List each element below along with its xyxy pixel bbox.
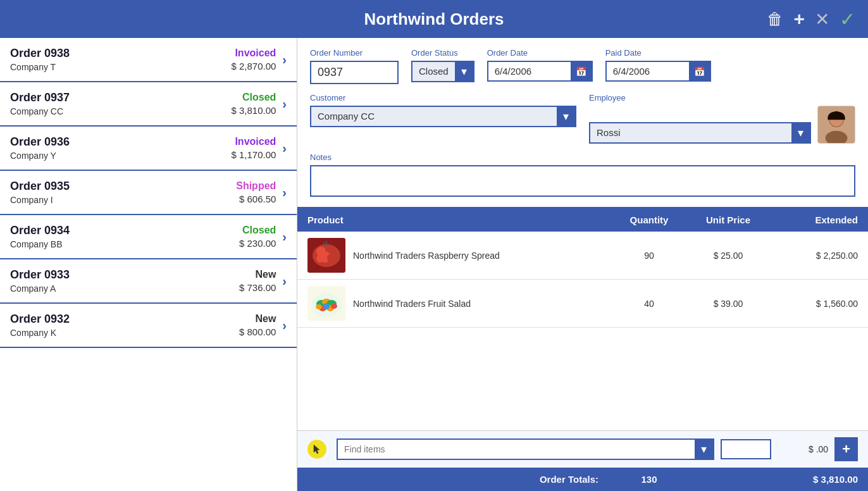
product-price-0: $ 25.00 — [687, 251, 769, 261]
add-icon[interactable]: + — [793, 8, 805, 30]
order-status: Closed — [231, 92, 276, 103]
svg-point-9 — [327, 254, 336, 263]
order-detail: Order Number Order Status Closed ▾ Order… — [297, 38, 868, 491]
customer-dropdown-btn[interactable]: ▾ — [557, 107, 575, 126]
employee-photo — [817, 106, 855, 144]
order-chevron-icon: › — [282, 274, 287, 289]
order-status: Shipped — [236, 180, 276, 192]
order-amount: $ 3,810.00 — [231, 105, 276, 116]
totals-label: Order Totals: — [307, 474, 598, 485]
customer-value: Company CC — [311, 107, 557, 126]
find-items-wrapper[interactable]: ▾ — [337, 438, 714, 460]
order-number: Order 0937 — [10, 91, 231, 104]
order-info: Order 0935 Company I — [10, 180, 236, 205]
order-amount: $ 736.00 — [239, 282, 276, 293]
add-item-row: ▾ $ .00 + — [297, 430, 868, 468]
order-chevron-icon: › — [282, 53, 287, 67]
add-qty-input[interactable] — [721, 439, 771, 459]
order-company: Company I — [10, 195, 236, 205]
order-date-input[interactable] — [488, 62, 571, 80]
order-list-item[interactable]: Order 0937 Company CC Closed $ 3,810.00 … — [0, 82, 297, 127]
order-info: Order 0938 Company T — [10, 47, 231, 72]
customer-select[interactable]: Company CC ▾ — [310, 106, 576, 127]
col-extended-header: Extended — [769, 214, 858, 225]
order-form: Order Number Order Status Closed ▾ Order… — [297, 38, 868, 208]
table-body: Northwind Traders Raspberry Spread 90 $ … — [297, 232, 868, 430]
order-date-btn[interactable]: 📅 — [571, 62, 592, 80]
order-status: Invoiced — [231, 136, 276, 147]
order-list-item[interactable]: Order 0935 Company I Shipped $ 606.50 › — [0, 171, 297, 215]
paid-date-label: Paid Date — [605, 48, 711, 58]
order-date-label: Order Date — [487, 48, 593, 58]
totals-quantity: 130 — [611, 474, 687, 485]
order-info: Order 0934 Company BB — [10, 224, 239, 249]
order-list-item[interactable]: Order 0936 Company Y Invoiced $ 1,170.00… — [0, 127, 297, 171]
svg-point-10 — [316, 255, 324, 263]
order-status: New — [239, 313, 276, 325]
order-number-group: Order Number — [310, 48, 399, 84]
product-name-1: Northwind Traders Fruit Salad — [353, 299, 611, 309]
product-qty-0: 90 — [611, 251, 687, 261]
svg-point-20 — [323, 303, 330, 309]
order-right: Invoiced $ 2,870.00 — [231, 47, 276, 71]
notes-input[interactable] — [310, 165, 855, 197]
order-company: Company T — [10, 62, 231, 72]
find-items-dropdown-btn[interactable]: ▾ — [695, 440, 713, 459]
employee-select[interactable]: Rossi ▾ — [589, 122, 811, 144]
paid-date-group: Paid Date 📅 — [605, 48, 711, 82]
product-price-1: $ 39.00 — [687, 299, 769, 309]
order-number: Order 0932 — [10, 313, 239, 326]
order-number: Order 0938 — [10, 47, 231, 60]
order-company: Company BB — [10, 239, 239, 249]
add-product-button[interactable]: + — [834, 437, 858, 461]
main-content: Order 0938 Company T Invoiced $ 2,870.00… — [0, 38, 868, 491]
order-number-input[interactable] — [310, 61, 399, 84]
employee-value: Rossi — [590, 123, 791, 142]
product-image-raspberry — [307, 238, 345, 273]
cursor-svg — [311, 444, 323, 455]
order-right: New $ 800.00 — [239, 313, 276, 337]
order-list-item[interactable]: Order 0933 Company A New $ 736.00 › — [0, 259, 297, 304]
order-date-picker[interactable]: 📅 — [487, 61, 593, 82]
app-header: Northwind Orders 🗑 + ✕ ✓ — [0, 0, 868, 38]
order-info: Order 0937 Company CC — [10, 91, 231, 116]
order-chevron-icon: › — [282, 97, 287, 111]
order-right: Closed $ 230.00 — [239, 225, 276, 249]
order-list: Order 0938 Company T Invoiced $ 2,870.00… — [0, 38, 297, 491]
employee-group: Employee Rossi ▾ — [589, 93, 855, 144]
header-actions: 🗑 + ✕ ✓ — [767, 8, 855, 30]
customer-label: Customer — [310, 93, 576, 103]
order-list-item[interactable]: Order 0932 Company K New $ 800.00 › — [0, 304, 297, 348]
cancel-icon[interactable]: ✕ — [815, 9, 829, 30]
delete-icon[interactable]: 🗑 — [767, 9, 783, 29]
add-price-display: $ .00 — [778, 444, 828, 454]
confirm-icon[interactable]: ✓ — [840, 8, 855, 30]
notes-label: Notes — [310, 152, 855, 162]
order-status: New — [239, 269, 276, 280]
table-header: Product Quantity Unit Price Extended — [297, 208, 868, 232]
employee-dropdown-btn[interactable]: ▾ — [791, 123, 810, 142]
order-chevron-icon: › — [282, 141, 287, 156]
order-amount: $ 230.00 — [239, 238, 276, 249]
order-status-label: Order Status — [411, 48, 474, 58]
svg-point-21 — [316, 304, 322, 309]
order-chevron-icon: › — [282, 230, 287, 244]
order-number: Order 0935 — [10, 180, 236, 193]
order-status-dropdown-btn[interactable]: ▾ — [455, 62, 473, 81]
order-amount: $ 606.50 — [236, 194, 276, 204]
paid-date-input[interactable] — [607, 62, 689, 80]
order-amount: $ 2,870.00 — [231, 61, 276, 71]
svg-point-22 — [331, 304, 337, 309]
form-row-2: Customer Company CC ▾ Employee Rossi ▾ — [310, 93, 855, 144]
order-list-item[interactable]: Order 0934 Company BB Closed $ 230.00 › — [0, 215, 297, 259]
paid-date-picker[interactable]: 📅 — [605, 61, 711, 82]
paid-date-btn[interactable]: 📅 — [689, 62, 710, 80]
col-quantity-header: Quantity — [611, 214, 687, 225]
order-list-item[interactable]: Order 0938 Company T Invoiced $ 2,870.00… — [0, 38, 297, 82]
find-items-input[interactable] — [338, 440, 695, 459]
table-row[interactable]: Northwind Traders Fruit Salad 40 $ 39.00… — [297, 280, 868, 328]
order-status-select[interactable]: Closed ▾ — [411, 61, 474, 82]
order-chevron-icon: › — [282, 318, 287, 333]
order-totals-row: Order Totals: 130 $ 3,810.00 — [297, 468, 868, 491]
table-row[interactable]: Northwind Traders Raspberry Spread 90 $ … — [297, 232, 868, 280]
